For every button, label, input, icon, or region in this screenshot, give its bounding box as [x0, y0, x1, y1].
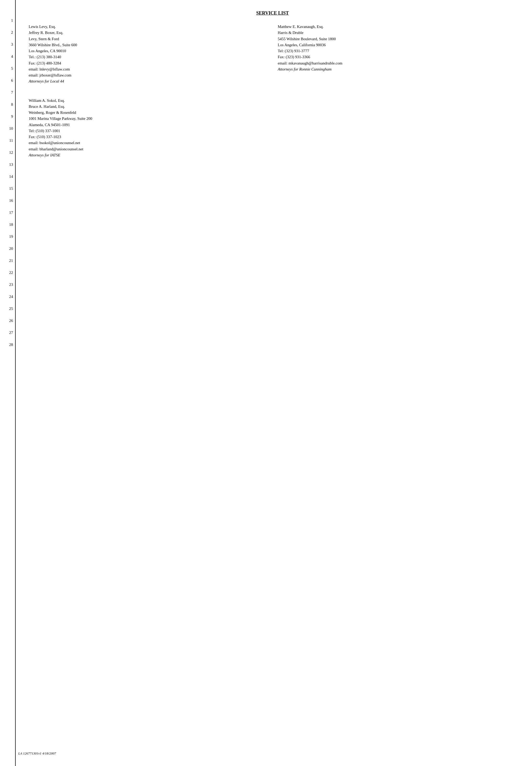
left-line-2: Jeffrey R. Boxer, Esq. [29, 30, 267, 36]
left-line-4: 3660 Wilshire Blvd., Suite 600 [29, 42, 267, 48]
right-line-1: Matthew E. Kavanaugh, Esq. [278, 24, 516, 30]
left-attorneys-label: Attorneys for Local 44 [29, 78, 267, 84]
right-line-5: Tel: (323) 931-3777 [278, 48, 516, 54]
line-27: 27 [0, 327, 15, 339]
line-3: 3 [0, 38, 15, 50]
left-line-7: Fax: (213) 480-3284 [29, 60, 267, 66]
line-14: 14 [0, 170, 15, 182]
second-line-1: William A. Sokol, Esq. [29, 98, 273, 104]
line-28: 28 [0, 339, 15, 351]
right-line-4: Los Angeles, California 90036 [278, 42, 516, 48]
line-20: 20 [0, 243, 15, 255]
second-contact-block: William A. Sokol, Esq. Bruce A. Harland,… [29, 98, 273, 158]
right-line-7: email: mkavanaugh@harrisandruble.com [278, 60, 516, 66]
line-22: 22 [0, 267, 15, 279]
footer: LA 126771301v1 4/18/2007 [18, 751, 56, 756]
line-24: 24 [0, 291, 15, 303]
line-4: 4 [0, 50, 15, 62]
line-numbers: 1 2 3 4 5 6 7 8 9 10 11 12 13 14 15 16 1… [0, 0, 16, 766]
line-1: 1 [0, 14, 15, 26]
line-6: 6 [0, 74, 15, 86]
right-line-3: 5455 Wilshire Boulevard, Suite 1800 [278, 36, 516, 42]
right-line-2: Harris & Druble [278, 30, 516, 36]
left-line-3: Levy, Stern & Ford [29, 36, 267, 42]
line-25: 25 [0, 303, 15, 315]
line-21: 21 [0, 255, 15, 267]
second-line-6: Tel: (510) 337-1001 [29, 128, 273, 134]
line-26: 26 [0, 315, 15, 327]
page: 1 2 3 4 5 6 7 8 9 10 11 12 13 14 15 16 1… [0, 0, 532, 766]
second-line-9: email: bharland@unioncounsel.net [29, 146, 273, 152]
line-12: 12 [0, 146, 15, 158]
line-10: 10 [0, 122, 15, 134]
right-attorneys-label: Attorneys for Ronnie Cunningham [278, 66, 516, 72]
line-19: 19 [0, 231, 15, 243]
second-line-2: Bruce A. Harland, Esq. [29, 104, 273, 110]
left-line-5: Los Angeles, CA 90010 [29, 48, 267, 54]
line-2: 2 [0, 26, 15, 38]
left-line-1: Lewis Levy, Esq. [29, 24, 267, 30]
left-line-6: Tel.: (213) 380-3140 [29, 54, 267, 60]
line-8: 8 [0, 98, 15, 110]
right-line-6: Fax: (323) 931-3366 [278, 54, 516, 60]
line-9: 9 [0, 110, 15, 122]
line-13: 13 [0, 158, 15, 170]
left-contact-block: Lewis Levy, Esq. Jeffrey R. Boxer, Esq. … [29, 24, 267, 85]
line-18: 18 [0, 219, 15, 231]
line-17: 17 [0, 207, 15, 219]
two-column-section: Lewis Levy, Esq. Jeffrey R. Boxer, Esq. … [29, 24, 516, 85]
page-title: SERVICE LIST [29, 10, 516, 16]
left-line-8: email: lnlevy@lsflaw.com [29, 66, 267, 72]
line-23: 23 [0, 279, 15, 291]
second-attorneys-label: Attorneys for IATSE [29, 152, 273, 158]
second-line-5: Alameda, CA 94501-1091 [29, 122, 273, 128]
second-line-3: Weinberg, Roger & Rosenfeld [29, 110, 273, 116]
content-area: SERVICE LIST Lewis Levy, Esq. Jeffrey R.… [16, 0, 532, 766]
right-contact-block: Matthew E. Kavanaugh, Esq. Harris & Drub… [278, 24, 516, 85]
line-15: 15 [0, 182, 15, 195]
line-16: 16 [0, 195, 15, 207]
line-11: 11 [0, 134, 15, 146]
second-line-7: Fax: (510) 337-1023 [29, 134, 273, 140]
line-5: 5 [0, 62, 15, 74]
line-7: 7 [0, 86, 15, 98]
second-line-4: 1001 Marina Village Parkway, Suite 200 [29, 116, 273, 122]
left-line-9: email: jrboxer@lsflaw.com [29, 72, 267, 78]
second-section: William A. Sokol, Esq. Bruce A. Harland,… [29, 98, 516, 158]
second-line-8: email: bsokol@unioncounsel.net [29, 140, 273, 146]
